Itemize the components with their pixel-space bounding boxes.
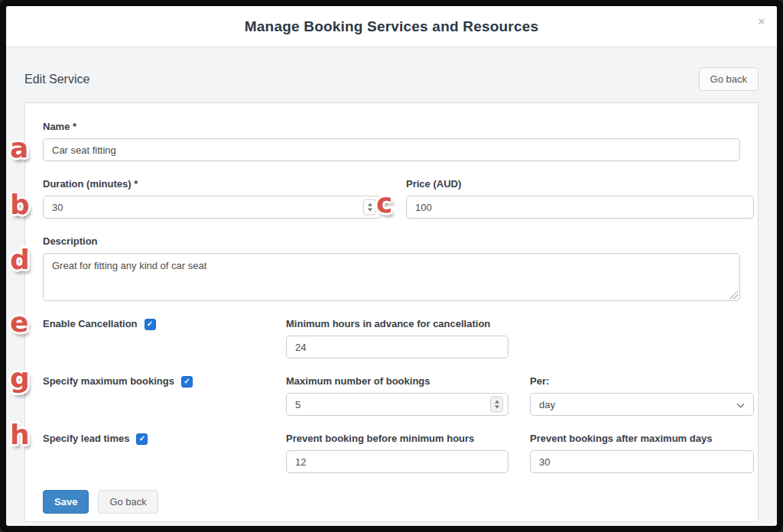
max-number-stepper[interactable] <box>490 397 503 413</box>
specify-max-bookings-label: Specify maximum bookings <box>43 375 174 388</box>
lead-times-row: Specify lead times ✓ Prevent booking bef… <box>43 433 740 473</box>
price-input[interactable] <box>406 196 754 219</box>
duration-label: Duration (minutes) * <box>43 178 382 190</box>
stepper-down-icon <box>495 406 499 409</box>
per-label: Per: <box>530 375 754 388</box>
max-bookings-toggle-group: Specify maximum bookings ✓ <box>43 375 265 416</box>
name-input[interactable] <box>43 138 740 161</box>
edit-service-form: Name * Duration (minutes) * <box>24 102 759 522</box>
subheader: Edit Service Go back <box>6 47 777 91</box>
duration-input[interactable] <box>43 196 382 219</box>
name-label: Name * <box>43 121 740 133</box>
after-days-input[interactable] <box>530 450 754 473</box>
max-number-label: Maximum number of bookings <box>286 375 508 388</box>
modal-header: Manage Booking Services and Resources × <box>6 6 777 47</box>
go-back-button-bottom[interactable]: Go back <box>98 490 158 514</box>
per-select-value: day <box>539 399 555 410</box>
description-label: Description <box>43 235 740 248</box>
screenshot-frame: Manage Booking Services and Resources × … <box>0 0 783 532</box>
specify-lead-times-checkbox[interactable]: ✓ <box>136 433 148 445</box>
enable-cancellation-label: Enable Cancellation <box>43 318 138 330</box>
stepper-down-icon <box>368 209 372 212</box>
duration-stepper[interactable] <box>363 200 376 216</box>
stepper-up-icon <box>368 203 372 206</box>
min-hours-label: Minimum hours in advance for cancellatio… <box>286 318 508 330</box>
description-group: Description Great for fitting any kind o… <box>43 235 740 301</box>
description-textarea[interactable]: Great for fitting any kind of car seat <box>43 253 740 301</box>
enable-cancellation-checkbox[interactable]: ✓ <box>145 319 156 330</box>
max-bookings-row: Specify maximum bookings ✓ Maximum numbe… <box>43 375 740 416</box>
name-group: Name * <box>43 121 740 161</box>
duration-price-row: Duration (minutes) * Price (AUD) <box>43 178 740 219</box>
min-hours-group: Minimum hours in advance for cancellatio… <box>286 318 508 358</box>
max-number-group: Maximum number of bookings <box>286 375 508 416</box>
before-hours-label: Prevent booking before minimum hours <box>286 433 508 445</box>
after-days-label: Prevent bookings after maximum days <box>530 433 754 445</box>
page-title: Edit Service <box>24 73 89 86</box>
per-group: Per: day <box>530 375 754 416</box>
close-icon[interactable]: × <box>758 15 765 27</box>
cancellation-toggle-group: Enable Cancellation ✓ <box>43 318 265 358</box>
go-back-button-top[interactable]: Go back <box>699 67 759 91</box>
specify-lead-times-label: Specify lead times <box>43 433 129 445</box>
stepper-up-icon <box>495 401 499 404</box>
chevron-down-icon <box>737 401 745 408</box>
booking-modal: Manage Booking Services and Resources × … <box>6 6 777 526</box>
save-button[interactable]: Save <box>43 490 89 514</box>
max-number-input[interactable] <box>286 393 508 416</box>
per-select[interactable]: day <box>530 393 754 416</box>
modal-body: Edit Service Go back Name * Duration (mi… <box>6 47 777 526</box>
after-days-group: Prevent bookings after maximum days <box>530 433 754 473</box>
price-label: Price (AUD) <box>406 178 754 190</box>
min-hours-input[interactable] <box>286 336 508 358</box>
specify-max-bookings-checkbox[interactable]: ✓ <box>181 376 193 388</box>
price-group: Price (AUD) <box>406 178 754 219</box>
duration-group: Duration (minutes) * <box>43 178 382 219</box>
modal-title: Manage Booking Services and Resources <box>245 18 538 35</box>
before-hours-group: Prevent booking before minimum hours <box>286 433 508 473</box>
form-actions: Save Go back <box>43 490 740 514</box>
before-hours-input[interactable] <box>286 450 508 473</box>
lead-times-toggle-group: Specify lead times ✓ <box>43 433 265 473</box>
cancellation-row: Enable Cancellation ✓ Minimum hours in a… <box>43 318 740 358</box>
resize-grip-icon[interactable] <box>729 290 738 299</box>
